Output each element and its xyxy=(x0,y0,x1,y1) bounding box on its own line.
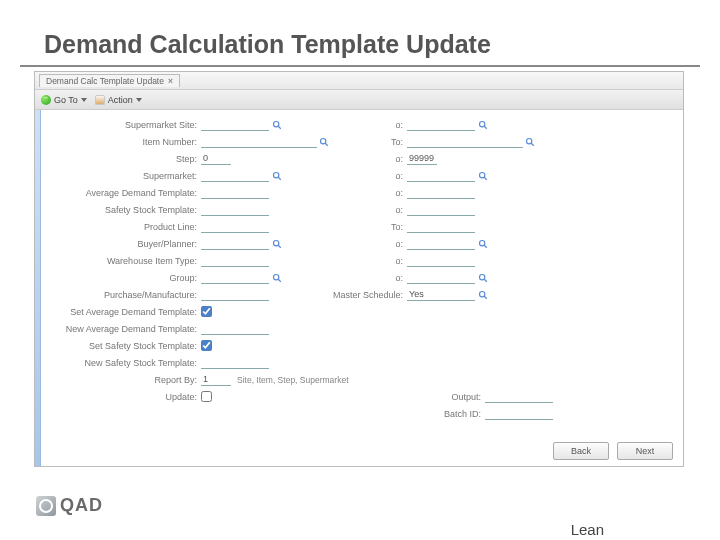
toolbar: Go To Action xyxy=(35,90,683,110)
chevron-down-icon xyxy=(136,98,142,102)
lookup-icon[interactable] xyxy=(525,136,535,148)
goto-label: Go To xyxy=(54,95,78,105)
svg-point-20 xyxy=(480,291,485,296)
field[interactable] xyxy=(201,238,269,250)
output-field[interactable] xyxy=(485,391,553,403)
label: o: xyxy=(321,239,407,249)
label: Product Line: xyxy=(43,222,201,232)
label: o: xyxy=(321,171,407,181)
field[interactable] xyxy=(407,119,475,131)
lookup-icon[interactable] xyxy=(271,238,283,250)
field[interactable] xyxy=(407,238,475,250)
field[interactable] xyxy=(201,187,269,199)
chevron-down-icon xyxy=(81,98,87,102)
tab-title: Demand Calc Template Update xyxy=(46,76,164,86)
close-icon[interactable]: × xyxy=(168,76,173,86)
label: New Safety Stock Template: xyxy=(43,358,201,368)
field[interactable] xyxy=(407,272,475,284)
svg-point-0 xyxy=(274,121,279,126)
field[interactable] xyxy=(201,170,269,182)
purchase-manufacture-field[interactable] xyxy=(201,289,269,301)
svg-point-8 xyxy=(274,172,279,177)
field[interactable] xyxy=(407,136,523,148)
field[interactable] xyxy=(201,272,269,284)
field[interactable] xyxy=(407,187,475,199)
set-avg-demand-checkbox[interactable] xyxy=(201,306,212,317)
field[interactable] xyxy=(407,221,475,233)
svg-line-13 xyxy=(278,245,281,248)
label: Buyer/Planner: xyxy=(43,239,201,249)
svg-line-19 xyxy=(484,279,487,282)
svg-line-15 xyxy=(484,245,487,248)
action-icon xyxy=(95,95,105,105)
label: Update: xyxy=(43,392,201,402)
label: To: xyxy=(321,137,407,147)
new-safety-stock-field[interactable] xyxy=(201,357,269,369)
field[interactable] xyxy=(201,255,269,267)
field[interactable] xyxy=(407,255,475,267)
report-by-field[interactable] xyxy=(201,374,231,386)
set-safety-stock-checkbox[interactable] xyxy=(201,340,212,351)
label: New Average Demand Template: xyxy=(43,324,201,334)
label: Group: xyxy=(43,273,201,283)
report-by-note: Site, Item, Step, Supermarket xyxy=(233,375,349,385)
svg-line-11 xyxy=(484,177,487,180)
new-avg-demand-field[interactable] xyxy=(201,323,269,335)
label: Master Schedule: xyxy=(321,290,407,300)
lookup-icon[interactable] xyxy=(477,289,489,301)
button-bar: Back Next xyxy=(553,442,673,460)
label: o: xyxy=(321,120,407,130)
svg-line-3 xyxy=(484,126,487,129)
goto-menu[interactable]: Go To xyxy=(41,95,87,105)
label: Safety Stock Template: xyxy=(43,205,201,215)
field[interactable] xyxy=(201,119,269,131)
lookup-icon[interactable] xyxy=(477,272,489,284)
lookup-icon[interactable] xyxy=(271,272,283,284)
svg-line-7 xyxy=(531,143,534,146)
svg-point-16 xyxy=(274,274,279,279)
action-label: Action xyxy=(108,95,133,105)
svg-point-18 xyxy=(480,274,485,279)
label: o: xyxy=(321,205,407,215)
label: o: xyxy=(321,154,407,164)
update-checkbox[interactable] xyxy=(201,391,212,402)
label: Purchase/Manufacture: xyxy=(43,290,201,300)
back-button[interactable]: Back xyxy=(553,442,609,460)
label: Item Number: xyxy=(43,137,201,147)
label: Supermarket: xyxy=(43,171,201,181)
label: Warehouse Item Type: xyxy=(43,256,201,266)
svg-line-17 xyxy=(278,279,281,282)
field[interactable] xyxy=(407,153,437,165)
lookup-icon[interactable] xyxy=(477,170,489,182)
svg-point-6 xyxy=(527,138,532,143)
tab-active[interactable]: Demand Calc Template Update × xyxy=(39,74,180,87)
tab-bar: Demand Calc Template Update × xyxy=(35,72,683,90)
lookup-icon[interactable] xyxy=(271,119,283,131)
batch-id-field[interactable] xyxy=(485,408,553,420)
form-area: Supermarket Site:o:Item Number:To:Step:o… xyxy=(43,116,679,436)
lookup-icon[interactable] xyxy=(477,119,489,131)
label: o: xyxy=(321,188,407,198)
field[interactable] xyxy=(201,204,269,216)
action-menu[interactable]: Action xyxy=(95,95,142,105)
slide-title: Demand Calculation Template Update xyxy=(20,0,700,67)
label: Average Demand Template: xyxy=(43,188,201,198)
lookup-icon[interactable] xyxy=(477,238,489,250)
field[interactable] xyxy=(201,221,269,233)
label: Step: xyxy=(43,154,201,164)
svg-point-10 xyxy=(480,172,485,177)
side-strip xyxy=(35,110,41,466)
svg-line-21 xyxy=(484,296,487,299)
field[interactable] xyxy=(407,204,475,216)
next-button[interactable]: Next xyxy=(617,442,673,460)
field[interactable] xyxy=(407,170,475,182)
app-window: Demand Calc Template Update × Go To Acti… xyxy=(34,71,684,467)
master-schedule-field[interactable] xyxy=(407,289,475,301)
field[interactable] xyxy=(201,153,231,165)
svg-point-14 xyxy=(480,240,485,245)
label: Set Average Demand Template: xyxy=(43,307,201,317)
lookup-icon[interactable] xyxy=(271,170,283,182)
field[interactable] xyxy=(201,136,317,148)
label: Output: xyxy=(321,392,485,402)
label: To: xyxy=(321,222,407,232)
